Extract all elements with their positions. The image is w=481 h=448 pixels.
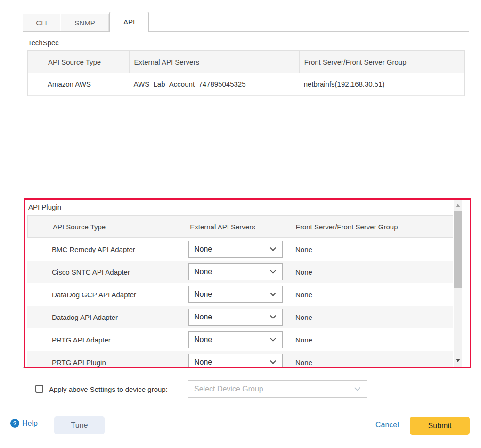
external-api-server-select[interactable]: None: [188, 263, 283, 280]
cell-external-api-servers: None: [184, 238, 290, 261]
selected-value: None: [194, 290, 212, 299]
chevron-down-icon: [270, 268, 276, 274]
tab-snmp[interactable]: SNMP: [61, 14, 109, 31]
techspec-table-header: API Source Type External API Servers Fro…: [28, 51, 464, 73]
techspec-section-label: TechSpec: [28, 39, 59, 47]
cell-api-source-type: PRTG API Adapter: [46, 328, 184, 351]
help-label: Help: [22, 419, 38, 428]
header-front-server: Front Server/Front Server Group: [299, 51, 464, 73]
table-row: PRTG API Plugin None None: [27, 351, 453, 368]
cell-api-source-type: Amazon AWS: [43, 73, 129, 95]
row-selector-cell: [28, 73, 43, 95]
device-group-placeholder: Select Device Group: [194, 385, 263, 393]
cell-external-api-servers: None: [184, 261, 290, 283]
api-plugin-section: API Plugin API Source Type External API …: [24, 198, 471, 368]
cell-front-server: netbrainfs(192.168.30.51): [299, 73, 464, 95]
chevron-down-icon: [354, 385, 360, 391]
apply-settings-checkbox[interactable]: [35, 385, 43, 393]
chevron-down-icon: [270, 245, 276, 251]
row-selector-cell: [27, 238, 46, 261]
cell-api-source-type: PRTG API Plugin: [46, 351, 184, 368]
row-selector-cell: [27, 328, 46, 351]
tab-api[interactable]: API: [109, 12, 149, 32]
cell-external-api-servers: None: [184, 283, 290, 306]
tab-bar: CLI SNMP API: [23, 12, 149, 31]
scrollbar-thumb[interactable]: [454, 211, 462, 288]
header-row-selector: [28, 51, 43, 73]
cell-external-api-servers: None: [184, 328, 290, 351]
row-selector-cell: [27, 306, 46, 328]
cell-front-server: None: [290, 238, 453, 261]
cell-front-server: None: [290, 328, 453, 351]
cancel-button[interactable]: Cancel: [375, 421, 399, 429]
apply-settings-label: Apply above Settings to device group:: [49, 385, 168, 393]
cell-api-source-type: Datadog API Adapter: [46, 306, 184, 328]
api-plugin-table-body: BMC Remedy API Adapter None None Cisco S…: [27, 238, 453, 368]
cell-external-api-servers: None: [184, 306, 290, 328]
chevron-down-icon: [270, 358, 276, 364]
header-row-selector: [28, 216, 47, 237]
cell-front-server: None: [290, 283, 453, 306]
scroll-down-arrow-icon[interactable]: [456, 359, 460, 362]
table-row: BMC Remedy API Adapter None None: [27, 238, 453, 261]
scroll-up-arrow-icon[interactable]: [456, 204, 460, 207]
external-api-server-select[interactable]: None: [188, 354, 283, 368]
api-plugin-table: API Source Type External API Servers Fro…: [27, 215, 453, 368]
cell-api-source-type: DataDog GCP API Adapter: [46, 283, 184, 306]
selected-value: None: [194, 358, 212, 367]
external-api-server-select[interactable]: None: [188, 241, 283, 258]
table-row: Cisco SNTC API Adapter None None: [27, 261, 453, 283]
cell-front-server: None: [290, 351, 453, 368]
row-selector-cell: [27, 283, 46, 306]
api-plugin-section-label: API Plugin: [28, 203, 61, 211]
table-row: Datadog API Adapter None None: [27, 306, 453, 328]
chevron-down-icon: [270, 335, 276, 342]
header-external-api-servers: External API Servers: [184, 216, 290, 237]
cell-external-api-servers: None: [184, 351, 290, 368]
row-selector-cell: [27, 261, 46, 283]
external-api-server-select[interactable]: None: [188, 331, 283, 348]
tab-cli[interactable]: CLI: [23, 14, 60, 31]
device-group-select[interactable]: Select Device Group: [188, 380, 367, 398]
chevron-down-icon: [270, 313, 276, 319]
techspec-table-body: Amazon AWS AWS_Lab_Account_747895045325 …: [28, 73, 464, 96]
table-row: Amazon AWS AWS_Lab_Account_747895045325 …: [28, 73, 464, 96]
header-front-server: Front Server/Front Server Group: [290, 216, 453, 237]
external-api-server-select[interactable]: None: [188, 286, 283, 303]
help-link[interactable]: ? Help: [10, 419, 38, 428]
table-row: PRTG API Adapter None None: [27, 328, 453, 351]
table-row: DataDog GCP API Adapter None None: [27, 283, 453, 306]
cell-api-source-type: BMC Remedy API Adapter: [46, 238, 184, 261]
api-plugin-table-header: API Source Type External API Servers Fro…: [27, 215, 453, 238]
techspec-table: API Source Type External API Servers Fro…: [27, 50, 465, 96]
header-api-source-type: API Source Type: [43, 51, 129, 73]
cell-front-server: None: [290, 261, 453, 283]
external-api-server-select[interactable]: None: [188, 309, 283, 326]
chevron-down-icon: [270, 290, 276, 296]
cell-front-server: None: [290, 306, 453, 328]
selected-value: None: [194, 335, 212, 344]
cell-api-source-type: Cisco SNTC API Adapter: [46, 261, 184, 283]
selected-value: None: [194, 245, 212, 253]
cell-external-api-servers: AWS_Lab_Account_747895045325: [129, 73, 299, 95]
vertical-scrollbar[interactable]: [454, 200, 462, 367]
selected-value: None: [194, 313, 212, 321]
help-icon: ?: [10, 419, 19, 428]
selected-value: None: [194, 268, 212, 276]
submit-button[interactable]: Submit: [410, 417, 470, 435]
row-selector-cell: [27, 351, 46, 368]
tune-button[interactable]: Tune: [54, 416, 105, 434]
header-api-source-type: API Source Type: [47, 216, 184, 237]
header-external-api-servers: External API Servers: [129, 51, 299, 73]
